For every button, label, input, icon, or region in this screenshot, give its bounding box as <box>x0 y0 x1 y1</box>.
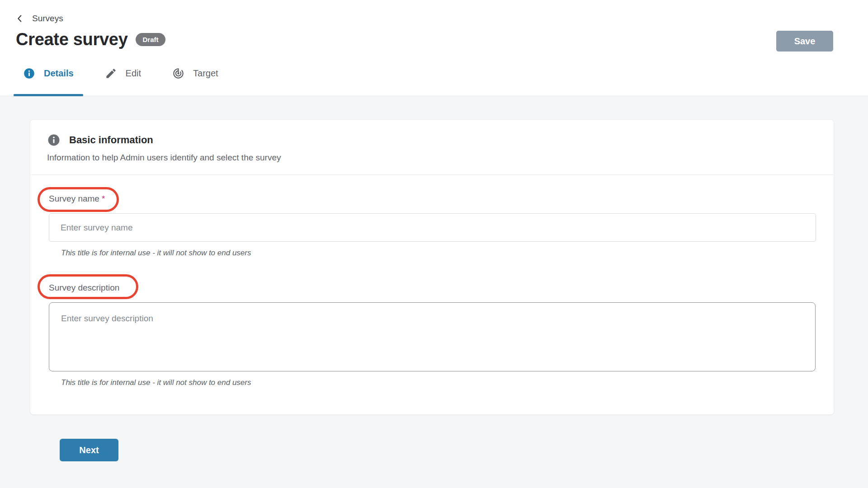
next-button[interactable]: Next <box>60 439 118 461</box>
survey-description-label: Survey description <box>49 283 119 292</box>
survey-description-textarea[interactable] <box>49 302 816 371</box>
tab-edit-label: Edit <box>126 68 141 79</box>
tab-target-label: Target <box>193 68 218 79</box>
survey-name-label: Survey name <box>49 194 99 203</box>
tab-bar: Details Edit Target <box>14 67 868 96</box>
card-body: Survey name* This title is for internal … <box>30 175 834 414</box>
pencil-icon <box>105 67 117 80</box>
chevron-left-icon <box>15 14 25 23</box>
survey-description-helper-text: This title is for internal use - it will… <box>61 378 815 387</box>
survey-name-input[interactable] <box>49 213 816 242</box>
page-header: Surveys Create survey Draft Save Details… <box>0 0 868 96</box>
card-header: Basic information Information to help Ad… <box>30 120 834 175</box>
save-button[interactable]: Save <box>776 31 833 52</box>
info-icon <box>23 67 35 80</box>
page-content: Basic information Information to help Ad… <box>0 96 868 461</box>
tab-details-label: Details <box>44 68 74 79</box>
survey-name-field-group: Survey name* This title is for internal … <box>49 194 815 258</box>
breadcrumb-label: Surveys <box>32 14 63 23</box>
page-title: Create survey <box>16 30 127 49</box>
status-badge: Draft <box>136 33 165 46</box>
survey-name-helper-text: This title is for internal use - it will… <box>61 249 815 258</box>
card-title: Basic information <box>69 134 153 146</box>
card-subtitle: Information to help Admin users identify… <box>47 153 817 163</box>
tab-edit[interactable]: Edit <box>95 67 151 96</box>
target-icon <box>172 67 184 80</box>
required-asterisk: * <box>102 194 105 203</box>
tab-target[interactable]: Target <box>163 67 228 96</box>
tab-details[interactable]: Details <box>14 67 83 96</box>
survey-description-field-group: Survey description This title is for int… <box>49 283 815 387</box>
breadcrumb[interactable]: Surveys <box>15 14 868 23</box>
basic-information-card: Basic information Information to help Ad… <box>30 119 834 415</box>
info-icon <box>47 133 61 147</box>
